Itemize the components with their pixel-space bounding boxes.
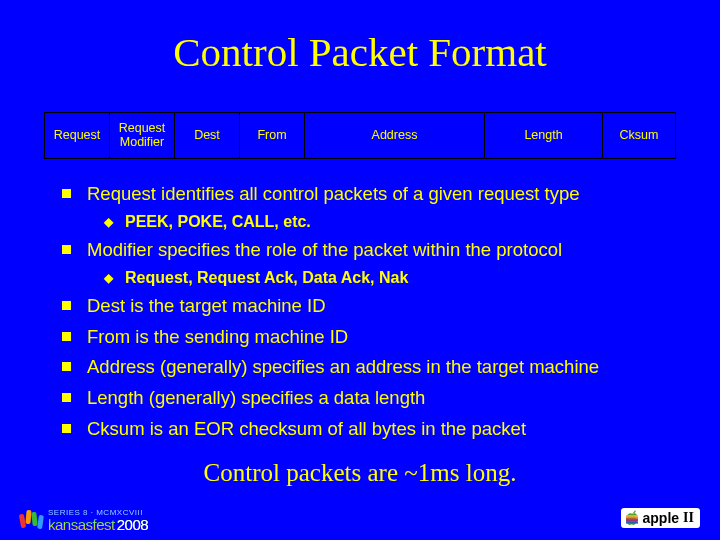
square-bullet-icon [62, 189, 71, 198]
bullet-text: Length (generally) specifies a data leng… [87, 385, 425, 412]
kf-year: 2008 [117, 516, 148, 533]
bullet-item: Length (generally) specifies a data leng… [62, 385, 682, 412]
bullet-item: Modifier specifies the role of the packe… [62, 237, 682, 264]
sub-bullet-text: Request, Request Ack, Data Ack, Nak [125, 266, 408, 289]
svg-rect-1 [626, 517, 638, 519]
bullet-text: From is the sending machine ID [87, 324, 348, 351]
sub-bullet-item: ◆ Request, Request Ack, Data Ack, Nak [104, 266, 682, 289]
bullet-item: Dest is the target machine ID [62, 293, 682, 320]
bullet-text: Modifier specifies the role of the packe… [87, 237, 562, 264]
svg-rect-3 [626, 520, 638, 522]
bullet-list: Request identifies all control packets o… [62, 181, 682, 443]
apple-ii-badge: appleII [621, 508, 700, 528]
diamond-bullet-icon: ◆ [104, 270, 113, 287]
bullet-text: Dest is the target machine ID [87, 293, 326, 320]
diamond-bullet-icon: ◆ [104, 214, 113, 231]
slide-footer: SERIES 8 · MCMXCVIII kansasfest2008 appl… [0, 494, 720, 534]
slide-tagline: Control packets are ~1ms long. [0, 459, 720, 487]
packet-diagram: Request Request Modifier Dest From Addre… [44, 112, 676, 159]
slide-title: Control Packet Format [0, 0, 720, 94]
apple-label: apple [643, 510, 680, 526]
field-address: Address [305, 113, 485, 158]
bullet-text: Cksum is an EOR checksum of all bytes in… [87, 416, 526, 443]
field-dest: Dest [175, 113, 240, 158]
kansasfest-mark-icon [20, 508, 44, 532]
field-modifier: Request Modifier [110, 113, 175, 158]
bullet-item: Request identifies all control packets o… [62, 181, 682, 208]
kf-big-text: kansasfest [48, 516, 115, 533]
svg-rect-2 [626, 518, 638, 520]
field-from: From [240, 113, 305, 158]
field-cksum: Cksum [603, 113, 675, 158]
square-bullet-icon [62, 245, 71, 254]
square-bullet-icon [62, 362, 71, 371]
bullet-text: Address (generally) specifies an address… [87, 354, 599, 381]
square-bullet-icon [62, 332, 71, 341]
field-request: Request [45, 113, 110, 158]
apple-logo-icon [625, 510, 639, 526]
bullet-item: Cksum is an EOR checksum of all bytes in… [62, 416, 682, 443]
apple-suffix: II [683, 510, 694, 526]
field-length: Length [485, 113, 603, 158]
sub-bullet-item: ◆ PEEK, POKE, CALL, etc. [104, 210, 682, 233]
svg-rect-0 [626, 515, 638, 517]
square-bullet-icon [62, 393, 71, 402]
kansasfest-logo: SERIES 8 · MCMXCVIII kansasfest2008 [20, 508, 148, 532]
bullet-item: Address (generally) specifies an address… [62, 354, 682, 381]
square-bullet-icon [62, 301, 71, 310]
bullet-item: From is the sending machine ID [62, 324, 682, 351]
bullet-text: Request identifies all control packets o… [87, 181, 580, 208]
svg-rect-4 [626, 522, 638, 524]
square-bullet-icon [62, 424, 71, 433]
sub-bullet-text: PEEK, POKE, CALL, etc. [125, 210, 311, 233]
